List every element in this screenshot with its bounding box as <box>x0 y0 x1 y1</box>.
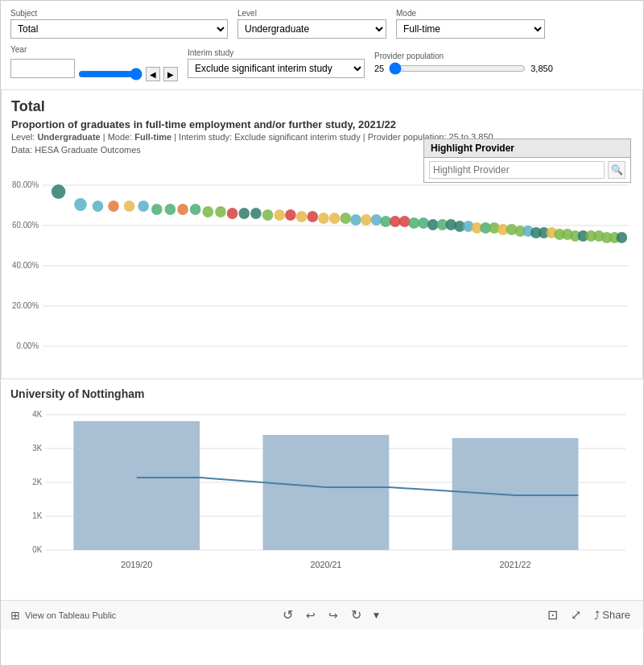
year-slider-group: ◀ ▶ <box>78 67 178 81</box>
share-label: Share <box>602 609 630 621</box>
level-label: Level <box>237 9 386 18</box>
chart-subtitle: Proportion of graduates in full-time emp… <box>11 118 633 130</box>
search-icon: 🔍 <box>611 164 623 176</box>
meta-interim: Exclude significant interim study <box>234 132 361 142</box>
year-forward-button[interactable]: ▶ <box>163 67 178 81</box>
highlight-provider-search: 🔍 <box>424 158 630 182</box>
footer-right: ⊡ ⤢ ⤴ Share <box>544 606 634 624</box>
meta-level: Undergraduate <box>37 132 100 142</box>
subject-control: Subject Total <box>10 9 228 39</box>
svg-point-14 <box>124 201 135 212</box>
svg-point-27 <box>285 209 296 221</box>
level-select[interactable]: UndergraduatePostgraduate <box>237 19 386 39</box>
svg-point-34 <box>361 214 372 225</box>
svg-text:0.00%: 0.00% <box>17 341 39 350</box>
bar-chart-svg: 4K 3K 2K 1K 0K 2019/20 2020/21 2021/22 <box>10 407 634 592</box>
svg-point-25 <box>262 209 274 221</box>
highlight-provider-header: Highlight Provider <box>424 139 630 158</box>
dot-chart-container: 80.00% 60.00% 40.00% 20.00% 0.00% <box>11 161 633 370</box>
svg-text:80.00%: 80.00% <box>12 180 39 189</box>
interim-select[interactable]: Exclude significant interim studyInclude… <box>188 59 365 78</box>
svg-text:4K: 4K <box>32 410 42 419</box>
bar-chart-container: 4K 3K 2K 1K 0K 2019/20 2020/21 2021/22 <box>10 407 634 592</box>
provider-pop-slider[interactable] <box>389 62 526 75</box>
year-back-button[interactable]: ◀ <box>146 67 160 81</box>
svg-point-39 <box>408 217 419 229</box>
svg-point-20 <box>202 206 213 217</box>
provider-pop-max: 3,850 <box>530 64 553 73</box>
year-control: Year 2021/22 ◀ ▶ <box>10 45 178 81</box>
svg-point-10 <box>52 184 66 199</box>
svg-point-26 <box>274 209 285 221</box>
highlight-provider-box: Highlight Provider 🔍 <box>423 139 631 183</box>
provider-pop-label: Provider population <box>374 52 553 60</box>
chart-subtitle-year: 2021/22 <box>358 118 396 130</box>
svg-text:0K: 0K <box>32 545 42 554</box>
bar-2020 <box>263 435 390 550</box>
svg-point-64 <box>616 232 627 243</box>
highlight-provider-search-button[interactable]: 🔍 <box>608 161 625 179</box>
svg-point-11 <box>74 198 87 211</box>
share-button[interactable]: ⤴ Share <box>591 607 634 623</box>
chart-subtitle-text: Proportion of graduates in full-time emp… <box>11 118 355 130</box>
bar-2021 <box>452 438 579 550</box>
svg-point-32 <box>340 213 351 224</box>
svg-point-22 <box>227 208 238 219</box>
year-input[interactable]: 2021/22 <box>10 59 75 78</box>
svg-point-19 <box>190 204 201 215</box>
controls-row-1: Subject Total Level UndergraduatePostgra… <box>10 9 634 39</box>
chart-area: Total Proportion of graduates in full-ti… <box>1 89 643 379</box>
provider-pop-min: 25 <box>374 64 384 73</box>
controls-row-2: Year 2021/22 ◀ ▶ Interim study Exclude s… <box>10 45 634 81</box>
svg-point-13 <box>108 201 119 212</box>
highlight-provider-input[interactable] <box>429 161 605 179</box>
svg-point-35 <box>371 214 382 225</box>
provider-pop-control: Provider population 25 3,850 <box>374 52 553 75</box>
share-icon: ⤴ <box>594 609 600 622</box>
svg-text:60.00%: 60.00% <box>12 221 39 230</box>
year-label: Year <box>10 45 178 54</box>
svg-point-18 <box>177 204 188 215</box>
forward-button[interactable]: ↪ <box>325 607 341 623</box>
provider-pop-slider-group: 25 3,850 <box>374 62 553 75</box>
svg-point-30 <box>318 213 329 224</box>
svg-point-40 <box>418 217 429 229</box>
nav-arrow-down: ▼ <box>371 610 381 621</box>
tableau-grid-icon: ⊞ <box>10 609 20 622</box>
tableau-link[interactable]: ⊞ View on Tableau Public <box>10 609 116 622</box>
meta-mode: Full-time <box>134 132 171 142</box>
svg-text:3K: 3K <box>32 444 42 453</box>
svg-point-17 <box>165 204 176 215</box>
footer: ⊞ View on Tableau Public ↺ ↩ ↪ ↻ ▼ ⊡ ⤢ ⤴… <box>1 600 643 629</box>
svg-point-41 <box>427 219 439 230</box>
interim-control: Interim study Exclude significant interi… <box>188 48 365 78</box>
fullscreen-button[interactable]: ⤢ <box>568 606 584 624</box>
svg-point-29 <box>307 211 318 222</box>
svg-point-15 <box>138 201 149 212</box>
subject-select[interactable]: Total <box>10 19 228 39</box>
undo-button[interactable]: ↺ <box>279 606 296 624</box>
svg-text:1K: 1K <box>32 511 42 520</box>
svg-text:2020/21: 2020/21 <box>310 560 341 569</box>
svg-point-23 <box>238 208 250 219</box>
mode-select[interactable]: Full-timePart-time <box>396 19 545 39</box>
svg-text:20.00%: 20.00% <box>12 301 39 310</box>
bar-2019 <box>73 421 200 550</box>
svg-point-37 <box>390 216 401 227</box>
redo-button[interactable]: ↻ <box>348 606 365 624</box>
svg-point-31 <box>329 213 341 224</box>
svg-point-24 <box>250 208 262 219</box>
svg-text:40.00%: 40.00% <box>12 261 39 270</box>
svg-point-16 <box>151 204 163 215</box>
chart-title: Total <box>11 98 633 115</box>
svg-text:2021/22: 2021/22 <box>500 560 531 569</box>
back-button[interactable]: ↩ <box>303 607 319 623</box>
mode-control: Mode Full-timePart-time <box>396 9 545 39</box>
dot-chart-svg: 80.00% 60.00% 40.00% 20.00% 0.00% <box>11 161 633 370</box>
year-slider[interactable] <box>78 68 142 81</box>
device-button[interactable]: ⊡ <box>544 606 561 624</box>
svg-point-38 <box>399 216 411 227</box>
subject-label: Subject <box>10 9 228 18</box>
bar-chart-section: University of Nottingham 4K 3K 2K 1K 0K … <box>1 379 643 600</box>
svg-point-33 <box>350 214 361 225</box>
